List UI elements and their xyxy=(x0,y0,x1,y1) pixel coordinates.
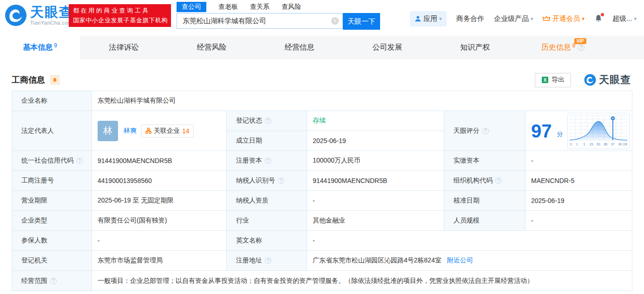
business-info-table: 企业名称 东莞松山湖科学城有限公司 法定代表人 林 林爽 关联企业 14 登记状… xyxy=(12,91,632,291)
label-text: 登记状态 xyxy=(236,117,262,125)
logo-title: 天眼查 xyxy=(30,6,73,19)
search-tab-company[interactable]: 查公司 xyxy=(177,2,206,12)
legal-rep-label: 法定代表人 xyxy=(12,111,92,151)
tab-label: 经营信息 xyxy=(285,43,315,52)
score-curve: 0 1 3 15 50 85 97 99 100 xyxy=(570,115,627,147)
taxpayer-quality-label: 纳税人资质 xyxy=(227,191,307,211)
approval-date-value: 2025-06-19 xyxy=(526,191,632,211)
industry-value: 其他金融业 xyxy=(307,211,444,231)
value-text: MAENCNDR-5 xyxy=(531,177,574,184)
clear-icon[interactable] xyxy=(331,17,339,25)
person-icon xyxy=(414,15,421,22)
reg-capital-label: 注册资本 xyxy=(227,151,307,171)
business-scope-label: 经营范围 xyxy=(12,271,92,291)
svg-text:1: 1 xyxy=(576,143,578,146)
label-text: 人员规模 xyxy=(453,216,480,225)
search-tab-boss[interactable]: 查老板 xyxy=(218,3,238,11)
question-icon[interactable] xyxy=(265,257,271,264)
score-axis: 0 1 3 15 50 85 97 99 100 xyxy=(570,143,627,146)
avatar[interactable]: 林 xyxy=(98,121,118,141)
tab-label: 历史信息 xyxy=(541,43,571,52)
top-navigation: 应用 商务合作 企业级产品 开通会员 超级... xyxy=(410,11,637,26)
question-icon[interactable] xyxy=(482,128,489,134)
tab-basic-info[interactable]: 基本信息 9 xyxy=(0,36,80,59)
label-text: 企业类型 xyxy=(21,216,47,225)
business-info-header: 工商信息 X 导出 天眼查 xyxy=(0,59,644,91)
question-icon[interactable] xyxy=(76,157,83,164)
nav-user[interactable]: 超级... xyxy=(612,14,637,23)
question-icon[interactable] xyxy=(50,278,57,284)
value-text: 2025-06-19 xyxy=(531,197,565,204)
label-text: 天眼评分 xyxy=(453,127,480,135)
nearby-companies-link[interactable]: 附近公司 xyxy=(447,256,473,265)
value-text: 东莞松山湖科学城有限公司 xyxy=(98,97,176,105)
org-code-value: MAENCNDR-5 xyxy=(526,171,632,191)
taxpayer-id-label: 纳税人识别号 xyxy=(227,171,307,191)
nav-enterprise-label: 企业级产品 xyxy=(494,14,529,23)
tab-label: 公司发展 xyxy=(373,43,402,52)
value-text: - xyxy=(531,217,533,224)
label-text: 纳税人识别号 xyxy=(236,176,275,185)
industry-label: 行业 xyxy=(227,211,307,231)
bell-icon xyxy=(52,77,58,83)
label-text: 行业 xyxy=(236,216,249,225)
bell-curve-fill xyxy=(570,121,627,140)
tab-company-development[interactable]: 公司发展 xyxy=(343,36,431,59)
crown-icon xyxy=(543,16,550,22)
tab-history-info[interactable]: VIP 历史信息 8 xyxy=(519,36,607,59)
tab-label: 经营风险 xyxy=(197,43,227,52)
search-tab-risk[interactable]: 查风险 xyxy=(282,3,301,11)
related-companies-badge[interactable]: 关联企业 14 xyxy=(141,124,194,137)
related-companies-label: 关联企业 xyxy=(154,127,180,135)
legal-rep-name-link[interactable]: 林爽 xyxy=(124,127,137,135)
tab-operating-risk[interactable]: 经营风险 xyxy=(168,36,256,59)
nav-app-label: 应用 xyxy=(423,14,437,23)
svg-text:99: 99 xyxy=(618,143,622,146)
nav-user-label: 超级... xyxy=(612,14,632,23)
tab-label: 知识产权 xyxy=(460,43,490,52)
label-text: 参保人数 xyxy=(21,236,47,245)
question-icon[interactable] xyxy=(495,177,502,184)
svg-text:15: 15 xyxy=(589,143,593,146)
credit-code-value: 91441900MAENCNDR5B xyxy=(92,151,227,171)
notification-bell[interactable] xyxy=(594,14,603,24)
question-icon[interactable] xyxy=(278,177,284,184)
chevron-down-icon xyxy=(531,16,533,22)
score-value: 97 分 xyxy=(526,111,632,151)
credit-code-label: 统一社会信用代码 xyxy=(12,151,92,171)
nav-vip-label: 开通会员 xyxy=(552,14,580,23)
company-name-value: 东莞松山湖科学城有限公司 xyxy=(92,91,632,111)
question-icon[interactable] xyxy=(265,118,271,124)
value-text: 91441900MAENCNDR5B xyxy=(313,177,387,184)
svg-text:50: 50 xyxy=(597,143,600,146)
reg-status-value: 存续 xyxy=(307,111,444,131)
label-text: 组织机构代码 xyxy=(453,176,493,185)
label-text: 注册资本 xyxy=(236,157,262,165)
nav-app[interactable]: 应用 xyxy=(410,11,447,26)
monitor-bell-button[interactable] xyxy=(50,75,60,85)
export-button[interactable]: X 导出 xyxy=(535,73,571,87)
chevron-down-icon xyxy=(634,16,637,22)
chevron-down-icon xyxy=(582,16,585,22)
question-icon[interactable] xyxy=(265,157,271,164)
nav-vip-join[interactable]: 开通会员 xyxy=(543,14,585,23)
reg-status-label: 登记状态 xyxy=(227,111,307,131)
chevron-down-icon xyxy=(439,16,442,22)
tab-legal[interactable]: 法律诉讼 xyxy=(80,36,168,59)
nav-enterprise[interactable]: 企业级产品 xyxy=(494,14,533,23)
question-icon[interactable] xyxy=(578,44,585,51)
tab-label: 基本信息 xyxy=(23,43,53,52)
tab-intellectual-property[interactable]: 知识产权 xyxy=(431,36,519,59)
search-tab-relation[interactable]: 查关系 xyxy=(250,3,269,11)
promo-line1: 都在用的商业查询工具 xyxy=(73,7,167,15)
tab-operating-info[interactable]: 经营信息 xyxy=(256,36,343,59)
establish-date-label: 成立日期 xyxy=(227,131,307,151)
label-text: 核准日期 xyxy=(453,196,480,205)
nav-cooperation[interactable]: 商务合作 xyxy=(456,14,484,23)
related-companies-count: 14 xyxy=(182,127,190,135)
search-button[interactable]: 天眼一下 xyxy=(343,13,380,30)
tianyancha-logo[interactable]: 天眼查 TianYanCha.com xyxy=(5,4,73,26)
tab-badge: 8 xyxy=(572,42,576,49)
search-input[interactable] xyxy=(177,13,343,29)
status-badge: 存续 xyxy=(313,117,326,125)
